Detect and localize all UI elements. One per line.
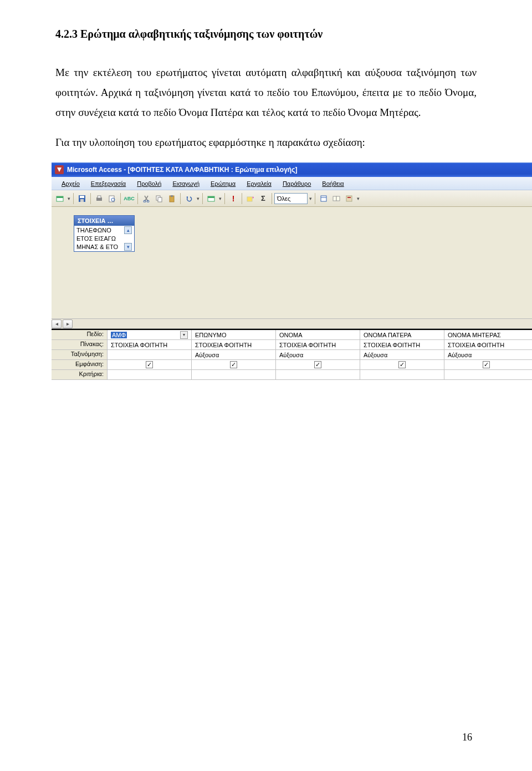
grid-cell-sort[interactable]: Αύξουσα <box>360 350 444 359</box>
checkbox-checked-icon[interactable]: ✓ <box>314 361 321 368</box>
svg-rect-16 <box>208 196 214 198</box>
grid-cell-table[interactable]: ΣΤΟΙΧΕΙΑ ΦΟΙΤΗΤΗ <box>107 340 191 349</box>
query-design-grid: Πεδίο: ΑΜΦ ▾ ΕΠΩΝΥΜΟ ΟΝΟΜΑ ΟΝΟΜΑ ΠΑΤΕΡΑ … <box>52 329 532 380</box>
toolbar-separator <box>90 193 91 204</box>
horizontal-scrollbar[interactable]: ◂ ▸ <box>52 318 532 328</box>
section-heading: 4.2.3 Ερώτημα αλφαβητικής ταξινόμησης τω… <box>55 28 477 40</box>
grid-cell-table[interactable]: ΣΤΟΙΧΕΙΑ ΦΟΙΤΗΤΗ <box>360 340 444 349</box>
database-window-dropdown-icon[interactable]: ▾ <box>356 196 360 201</box>
toolbar-separator <box>242 193 242 204</box>
grid-cell-sort[interactable]: Αύξουσα <box>191 350 275 359</box>
access-app-icon <box>55 165 64 174</box>
field-list-title: ΣΤΟΙΧΕΙΑ … <box>74 216 134 226</box>
undo-button[interactable] <box>183 192 195 205</box>
chevron-down-icon[interactable]: ▾ <box>180 331 188 339</box>
grid-cell-criteria[interactable] <box>444 370 528 379</box>
grid-cell-table[interactable]: ΣΤΟΙΧΕΙΑ ΦΟΙΤΗΤΗ <box>191 340 275 349</box>
row-label-field: Πεδίο: <box>52 330 107 339</box>
top-values-input[interactable]: Όλες <box>274 193 308 204</box>
grid-cell-field[interactable]: ΟΝΟΜΑ ΜΗΤΕΡΑΣ <box>444 330 528 339</box>
properties-button[interactable] <box>318 192 330 205</box>
paste-button[interactable] <box>166 192 178 205</box>
menu-bar: Αρχείο Επεξεργασία Προβολή Εισαγωγή Ερώτ… <box>52 177 532 190</box>
grid-cell-criteria[interactable] <box>191 370 275 379</box>
print-preview-button[interactable] <box>106 192 118 205</box>
grid-cell-criteria[interactable] <box>275 370 360 379</box>
grid-cell-show[interactable]: ✓ <box>191 360 275 369</box>
checkbox-checked-icon[interactable]: ✓ <box>398 361 406 368</box>
menu-help[interactable]: Βοήθεια <box>316 180 349 187</box>
checkbox-checked-icon[interactable]: ✓ <box>230 361 237 368</box>
row-label-table: Πίνακας: <box>52 340 107 349</box>
checkbox-checked-icon[interactable]: ✓ <box>483 361 490 368</box>
grid-cell-criteria[interactable] <box>107 370 191 379</box>
grid-cell-sort[interactable] <box>107 350 191 359</box>
grid-cell-show[interactable]: ✓ <box>107 360 191 369</box>
scroll-down-icon[interactable]: ▾ <box>124 243 132 251</box>
grid-cell-table[interactable]: ΣΤΟΙΧΕΙΑ ΦΟΙΤΗΤΗ <box>444 340 528 349</box>
paragraph-2: Για την υλοποίηση του ερωτήματος εφαρμόσ… <box>55 133 477 153</box>
svg-rect-22 <box>346 196 352 201</box>
access-screenshot: Microsoft Access - [ΦΟΙΤΗΤΕΣ ΚΑΤΑ ΑΛΦΑΒΗ… <box>52 163 532 380</box>
menu-query[interactable]: Ερώτημα <box>205 180 241 187</box>
checkbox-checked-icon[interactable]: ✓ <box>146 361 153 368</box>
grid-cell-show[interactable]: ✓ <box>275 360 360 369</box>
totals-button[interactable]: Σ <box>257 192 269 205</box>
query-design-canvas: ΣΤΟΙΧΕΙΑ … ΤΗΛΕΦΩΝΟ ▴ ΕΤΟΣ ΕΙΣΑΓΩ ΜΗΝΑΣ … <box>52 207 532 329</box>
scroll-left-icon[interactable]: ◂ <box>52 319 62 328</box>
menu-tools[interactable]: Εργαλεία <box>241 180 277 187</box>
show-table-button[interactable] <box>244 192 257 205</box>
grid-cell-criteria[interactable] <box>360 370 444 379</box>
query-type-dropdown-icon[interactable]: ▾ <box>218 196 222 201</box>
spellcheck-button[interactable]: ABC <box>123 192 135 205</box>
toolbar: ▾ ABC ▾ ▾ ! <box>52 190 532 207</box>
field-item[interactable]: ΕΤΟΣ ΕΙΣΑΓΩ <box>76 235 116 242</box>
grid-cell-field[interactable]: ΑΜΦ ▾ <box>107 330 191 339</box>
svg-rect-20 <box>333 196 336 201</box>
menu-file[interactable]: Αρχείο <box>56 180 85 187</box>
grid-cell-table[interactable]: ΣΤΟΙΧΕΙΑ ΦΟΙΤΗΤΗ <box>275 340 360 349</box>
svg-rect-4 <box>80 199 84 202</box>
grid-cell-field[interactable]: ΟΝΟΜΑ <box>275 330 360 339</box>
query-type-button[interactable] <box>205 192 217 205</box>
svg-rect-23 <box>347 197 351 198</box>
scroll-up-icon[interactable]: ▴ <box>124 226 132 234</box>
row-label-sort: Ταξινόμηση: <box>52 350 107 359</box>
database-window-button[interactable] <box>343 192 355 205</box>
svg-rect-3 <box>80 196 84 198</box>
field-item[interactable]: ΤΗΛΕΦΩΝΟ <box>76 227 111 234</box>
grid-cell-sort[interactable]: Αύξουσα <box>444 350 528 359</box>
build-button[interactable] <box>330 192 342 205</box>
paragraph-1: Με την εκτέλεση του ερωτήματος γίνεται α… <box>55 63 477 123</box>
toolbar-separator <box>224 193 225 204</box>
grid-cell-field[interactable]: ΟΝΟΜΑ ΠΑΤΕΡΑ <box>360 330 444 339</box>
menu-view[interactable]: Προβολή <box>131 180 167 187</box>
cut-button[interactable] <box>140 192 152 205</box>
top-values-dropdown-icon[interactable]: ▾ <box>308 196 313 201</box>
view-dropdown-icon[interactable]: ▾ <box>66 196 71 201</box>
toolbar-separator <box>73 193 74 204</box>
svg-rect-21 <box>336 196 340 201</box>
row-label-show: Εμφάνιση: <box>52 360 107 369</box>
svg-rect-18 <box>321 196 326 201</box>
undo-dropdown-icon[interactable]: ▾ <box>196 196 200 201</box>
window-titlebar: Microsoft Access - [ΦΟΙΤΗΤΕΣ ΚΑΤΑ ΑΛΦΑΒΗ… <box>52 163 532 177</box>
scroll-right-icon[interactable]: ▸ <box>63 319 73 328</box>
print-button[interactable] <box>93 192 105 205</box>
view-button[interactable] <box>54 192 66 205</box>
field-item[interactable]: ΜΗΝΑΣ & ΕΤΟ <box>76 244 118 250</box>
page-number: 16 <box>462 732 472 743</box>
menu-edit[interactable]: Επεξεργασία <box>85 180 131 187</box>
menu-insert[interactable]: Εισαγωγή <box>167 180 205 187</box>
grid-cell-field[interactable]: ΕΠΩΝΥΜΟ <box>191 330 275 339</box>
menu-window[interactable]: Παράθυρο <box>277 180 316 187</box>
grid-cell-show[interactable]: ✓ <box>360 360 444 369</box>
run-button[interactable]: ! <box>227 192 239 205</box>
grid-cell-sort[interactable]: Αύξουσα <box>275 350 360 359</box>
grid-cell-show[interactable]: ✓ <box>444 360 528 369</box>
svg-rect-12 <box>158 197 162 202</box>
copy-button[interactable] <box>153 192 165 205</box>
toolbar-separator <box>137 193 138 204</box>
save-button[interactable] <box>76 192 88 205</box>
table-field-list[interactable]: ΣΤΟΙΧΕΙΑ … ΤΗΛΕΦΩΝΟ ▴ ΕΤΟΣ ΕΙΣΑΓΩ ΜΗΝΑΣ … <box>74 215 135 252</box>
